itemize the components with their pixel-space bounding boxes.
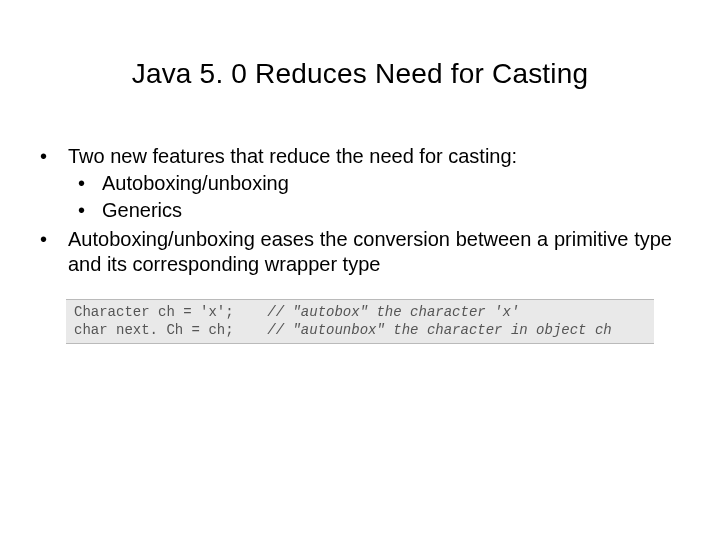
code-pad (234, 322, 268, 338)
bullet-text: Autoboxing/unboxing (102, 172, 289, 194)
bullet-item: Autoboxing/unboxing eases the conversion… (30, 227, 672, 277)
slide: Java 5. 0 Reduces Need for Casting Two n… (0, 58, 720, 540)
sub-bullet-item: Generics (68, 198, 672, 223)
slide-body: Two new features that reduce the need fo… (30, 144, 672, 277)
sub-bullet-item: Autoboxing/unboxing (68, 171, 672, 196)
bullet-text: Generics (102, 199, 182, 221)
bullet-text: Autoboxing/unboxing eases the conversion… (68, 228, 672, 275)
bullet-item: Two new features that reduce the need fo… (30, 144, 672, 223)
code-pad (234, 304, 268, 320)
code-text: char next. Ch = ch; (74, 322, 234, 338)
bullet-text: Two new features that reduce the need fo… (68, 145, 517, 167)
code-snippet: Character ch = 'x'; // "autobox" the cha… (66, 299, 654, 344)
slide-title: Java 5. 0 Reduces Need for Casting (0, 58, 720, 90)
sub-bullet-list: Autoboxing/unboxing Generics (68, 171, 672, 223)
bullet-list: Two new features that reduce the need fo… (30, 144, 672, 277)
code-text: Character ch = 'x'; (74, 304, 234, 320)
code-comment: // "autobox" the character 'x' (267, 304, 519, 320)
code-comment: // "autounbox" the character in object c… (267, 322, 611, 338)
